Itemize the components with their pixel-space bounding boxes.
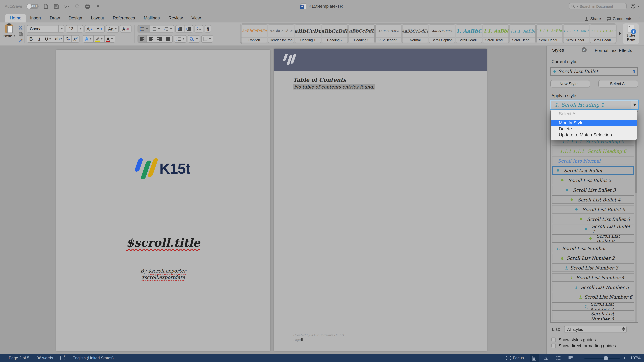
zoom-percentage[interactable]: 107% xyxy=(629,356,641,360)
print-icon[interactable] xyxy=(84,3,90,9)
bullet-list-button[interactable] xyxy=(138,25,150,32)
highlight-color-button[interactable]: 🖉 xyxy=(94,35,104,42)
style-list-item[interactable]: i. Scroll List Number 6 xyxy=(552,293,634,301)
comments-button[interactable]: Comments xyxy=(606,16,632,21)
sort-button[interactable]: AZ xyxy=(194,25,203,32)
document-page-1[interactable]: K15t $scroll.title By $scroll.exporter $… xyxy=(56,50,270,351)
borders-caret-icon[interactable] xyxy=(209,38,211,39)
ribbon-tab[interactable]: Draw xyxy=(45,14,64,22)
outline-view-button[interactable] xyxy=(554,354,563,362)
shrink-font-button[interactable]: A▼ xyxy=(95,25,105,32)
underline-caret-icon[interactable] xyxy=(50,38,52,39)
style-gallery-item[interactable]: AaBbCcDdEe Scroll Caption xyxy=(429,24,455,43)
web-layout-view-button[interactable] xyxy=(542,354,550,362)
context-menu-item[interactable]: Delete... xyxy=(551,126,637,132)
search-input[interactable]: Search in Document xyxy=(569,3,626,9)
paste-button[interactable]: Paste xyxy=(3,24,15,43)
undo-icon[interactable] xyxy=(64,3,70,9)
style-gallery-item[interactable]: AaBbCcDdEe Heading 2 xyxy=(322,24,348,43)
language-indicator[interactable]: English (United States) xyxy=(72,356,114,360)
undo-caret-icon[interactable] xyxy=(68,5,70,7)
bullet-list-caret-icon[interactable] xyxy=(146,28,148,29)
context-menu-item[interactable]: Modify Style... xyxy=(551,120,637,126)
quick-access-menu-icon[interactable] xyxy=(95,3,101,9)
redo-icon[interactable] xyxy=(74,3,80,9)
spellcheck-icon[interactable] xyxy=(60,356,65,360)
style-list-item[interactable]: Scroll List Bullet 4 xyxy=(552,195,634,204)
font-name-caret-icon[interactable] xyxy=(61,28,63,29)
styles-guides-checkbox[interactable] xyxy=(552,338,556,342)
style-gallery-item[interactable]: 1. AaBbC Scroll Headi... xyxy=(456,24,482,43)
focus-button[interactable]: Focus xyxy=(506,356,524,360)
subscript-button[interactable]: X2 xyxy=(64,35,72,42)
ribbon-tab[interactable]: Mailings xyxy=(139,14,164,22)
font-name-combo[interactable]: Caveat xyxy=(27,25,64,32)
style-list-item[interactable]: 1. Scroll List Number xyxy=(552,244,634,252)
italic-button[interactable]: I xyxy=(35,35,43,42)
style-gallery-item[interactable]: AaBbCcDdEe Heading 3 xyxy=(348,24,375,43)
font-size-combo[interactable]: 12 xyxy=(66,25,83,32)
close-panel-icon[interactable]: ✕ xyxy=(582,47,587,52)
ribbon-tab[interactable]: View xyxy=(187,14,205,22)
font-color-caret-icon[interactable] xyxy=(111,38,113,39)
save-icon[interactable] xyxy=(53,3,59,9)
select-all-button[interactable]: Select All xyxy=(598,80,638,87)
styles-pane-button[interactable]: ¶ Styles Pane xyxy=(623,23,639,44)
style-list-item[interactable]: 1. Scroll List Number 4 xyxy=(552,273,634,282)
style-gallery-item[interactable]: AaBbCcDdEe Caption xyxy=(241,24,267,43)
style-list-item[interactable]: Scroll List Bullet 2 xyxy=(552,176,634,184)
print-layout-view-button[interactable] xyxy=(530,354,538,362)
context-menu-item[interactable]: Select All xyxy=(551,111,637,117)
strikethrough-button[interactable]: abe xyxy=(53,35,64,42)
style-gallery-item[interactable]: 1.1.1. AaBbl Scroll Headi... xyxy=(510,24,536,43)
align-left-button[interactable] xyxy=(138,35,146,42)
zoom-in-button[interactable]: + xyxy=(623,355,626,361)
style-list-scrollbar[interactable] xyxy=(635,112,637,322)
paste-caret-icon[interactable] xyxy=(14,35,16,36)
font-size-caret-icon[interactable] xyxy=(80,28,82,29)
ribbon-tab[interactable]: Home xyxy=(5,14,26,22)
style-list-item[interactable]: 1.1.1.1.1.1. Scroll Heading 6 xyxy=(552,147,634,155)
shading-button[interactable] xyxy=(188,35,200,42)
decrease-indent-button[interactable] xyxy=(176,25,184,32)
tab-format-text-effects[interactable]: Format Text Effects xyxy=(590,45,637,54)
formatting-guides-checkbox[interactable] xyxy=(552,344,556,348)
copy-button[interactable] xyxy=(18,31,24,37)
autosave-toggle[interactable]: OFF xyxy=(26,3,38,9)
style-list-item[interactable]: Scroll Info Normal xyxy=(552,157,634,165)
toc-empty-field[interactable]: No table of contents entries found. xyxy=(293,84,375,89)
share-button[interactable]: Share xyxy=(584,16,601,21)
font-color-button[interactable]: A xyxy=(104,35,115,42)
style-list-item[interactable]: a. Scroll List Number 2 xyxy=(552,254,634,262)
ribbon-tab[interactable]: Layout xyxy=(86,14,108,22)
new-style-button[interactable]: New Style... xyxy=(550,80,590,87)
style-list-item[interactable]: Scroll List Number 8 xyxy=(552,312,634,321)
draft-view-button[interactable] xyxy=(566,354,575,362)
underline-button[interactable]: U xyxy=(43,35,53,42)
zoom-slider-thumb[interactable] xyxy=(604,356,608,360)
page-count[interactable]: Page 2 of 5 xyxy=(9,356,29,360)
format-painter-button[interactable] xyxy=(18,38,24,43)
multilevel-list-caret-icon[interactable] xyxy=(170,28,172,29)
line-spacing-caret-icon[interactable] xyxy=(182,38,184,39)
grow-font-button[interactable]: A▲ xyxy=(84,25,95,32)
style-list-item[interactable]: i. Scroll List Number 3 xyxy=(552,264,634,272)
zoom-slider[interactable] xyxy=(584,358,620,359)
text-effects-caret-icon[interactable] xyxy=(90,38,92,39)
apply-style-dropdown-button[interactable] xyxy=(630,100,638,109)
ribbon-tab[interactable]: Insert xyxy=(26,14,45,22)
style-list[interactable]: 1.1.1.1.1. Scroll Heading 5 1.1.1.1.1.1.… xyxy=(550,111,638,323)
align-right-button[interactable] xyxy=(155,35,164,42)
style-list-item[interactable]: Scroll List Bullet 5 xyxy=(552,205,634,214)
new-document-icon[interactable] xyxy=(43,3,49,9)
ribbon-tab[interactable]: Design xyxy=(64,14,86,22)
feedback-button[interactable] xyxy=(630,4,639,9)
style-list-item[interactable]: Scroll List Bullet 7 xyxy=(552,225,634,233)
style-list-item[interactable]: Scroll List Bullet 3 xyxy=(552,186,634,194)
collapse-ribbon-icon[interactable]: ⌃ xyxy=(638,16,641,21)
search-scope-caret-icon[interactable] xyxy=(576,5,578,7)
show-paragraph-marks-button[interactable]: ¶ xyxy=(204,25,211,32)
numbered-list-caret-icon[interactable] xyxy=(158,28,160,29)
change-case-caret-icon[interactable] xyxy=(115,28,117,29)
style-gallery-item[interactable]: 1.1. AaBbl Scroll Headi... xyxy=(483,24,509,43)
